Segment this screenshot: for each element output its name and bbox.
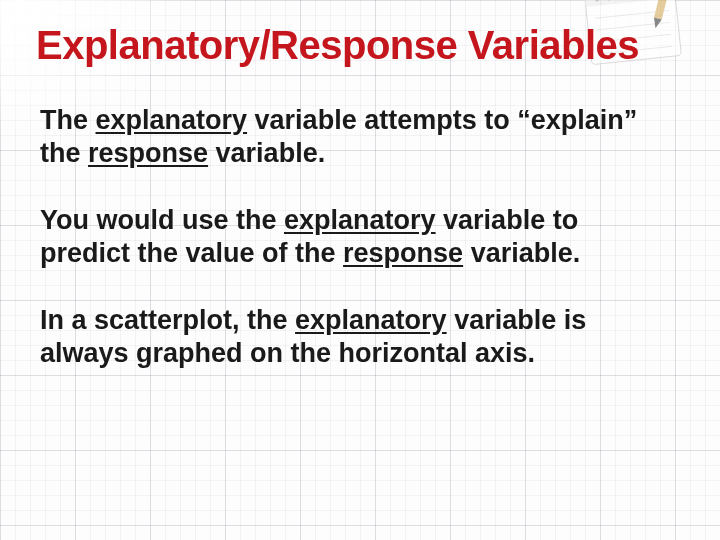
slide: Explanatory/Response Variables The expla… [0,0,720,540]
slide-body: The explanatory variable attempts to “ex… [40,104,674,404]
underline-response: response [88,138,208,168]
paragraph-2: You would use the explanatory variable t… [40,204,674,270]
underline-explanatory: explanatory [96,105,248,135]
underline-explanatory: explanatory [284,205,436,235]
paragraph-3: In a scatterplot, the explanatory variab… [40,304,674,370]
underline-explanatory: explanatory [295,305,447,335]
text: The [40,105,96,135]
text: variable. [463,238,580,268]
text: variable. [208,138,325,168]
text: In a scatterplot, the [40,305,295,335]
text: You would use the [40,205,284,235]
paragraph-1: The explanatory variable attempts to “ex… [40,104,674,170]
underline-response: response [343,238,463,268]
slide-title: Explanatory/Response Variables [36,24,684,66]
